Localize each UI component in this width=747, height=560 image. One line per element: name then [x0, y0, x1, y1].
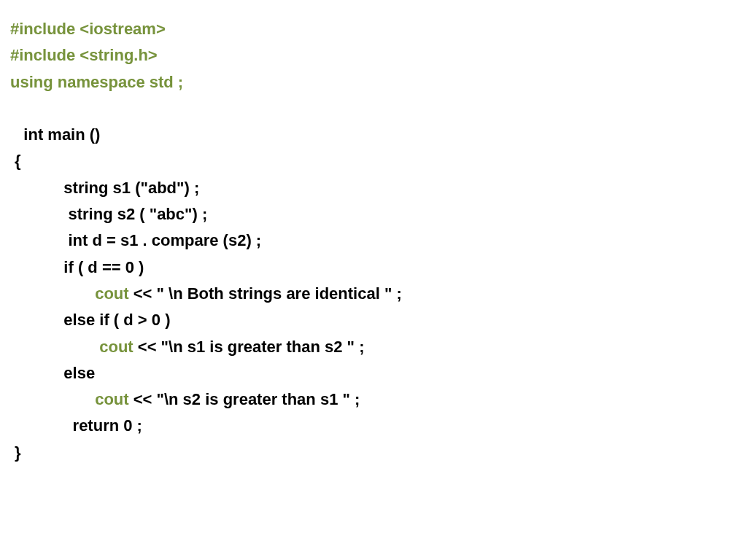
code-line-elseif: else if ( d > 0 )	[10, 307, 737, 333]
code-line-brace-open: {	[10, 148, 737, 174]
indent	[10, 390, 95, 408]
code-line-return: return 0 ;	[10, 413, 737, 439]
text-s2greater: << "\n s2 is greater than s1 " ;	[129, 390, 360, 408]
code-line-cout3: cout << "\n s2 is greater than s1 " ;	[10, 386, 737, 413]
text-s1greater: << "\n s1 is greater than s2 " ;	[133, 338, 365, 356]
code-line-include-string: #include <string.h>	[10, 42, 737, 69]
code-line-cout2: cout << "\n s1 is greater than s2 " ;	[10, 334, 737, 360]
text-identical: << " \n Both strings are identical " ;	[129, 284, 402, 303]
indent	[10, 338, 99, 356]
keyword-cout: cout	[95, 284, 128, 303]
code-line-if: if ( d == 0 )	[10, 254, 737, 281]
code-line-s1: string s1 ("abd") ;	[10, 175, 737, 201]
code-line-else: else	[10, 360, 737, 386]
keyword-cout: cout	[95, 390, 128, 408]
code-line-cout1: cout << " \n Both strings are identical …	[10, 281, 737, 307]
indent	[10, 284, 95, 303]
code-line-main: int main ()	[10, 122, 737, 148]
code-line-s2: string s2 ( "abc") ;	[10, 201, 737, 228]
code-line-compare: int d = s1 . compare (s2) ;	[10, 228, 737, 254]
code-line-brace-close: }	[10, 440, 737, 466]
code-line-include-iostream: #include <iostream>	[10, 16, 737, 42]
keyword-cout: cout	[99, 338, 133, 356]
code-line-using-namespace: using namespace std ;	[10, 69, 737, 96]
code-line-blank	[10, 96, 737, 122]
